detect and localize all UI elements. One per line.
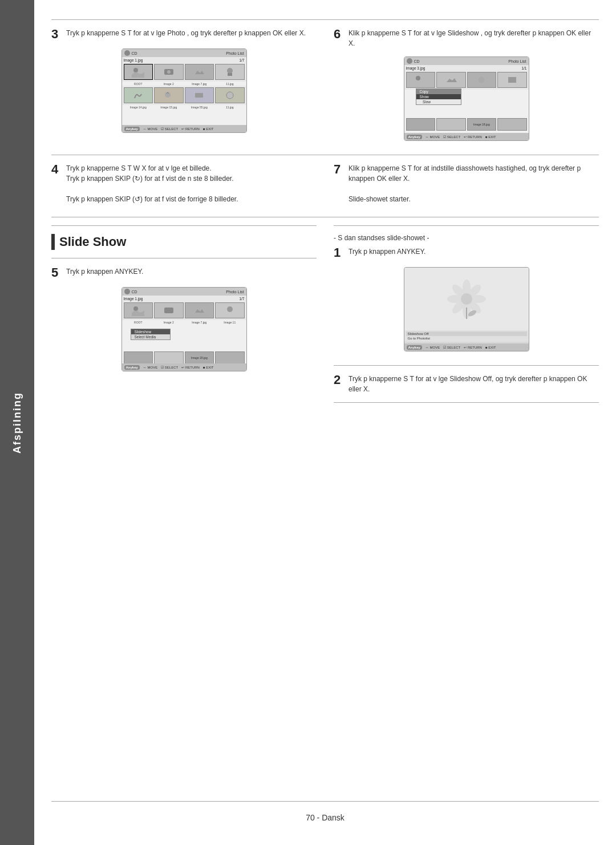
- svg-rect-4: [228, 73, 232, 76]
- s5-menu-slideshow: Slideshow: [131, 329, 170, 334]
- step5-bottom-bar: Anykey ↔ MOVE ☑ SELECT ↩ RETURN ■ EXIT: [122, 363, 246, 371]
- slideshow-title: Slide Show: [59, 235, 126, 249]
- stop-step1-num: 1: [334, 246, 345, 259]
- step6-num: 6: [334, 28, 345, 41]
- return-label-flower: ↩ RETURN: [464, 345, 482, 349]
- anykey-btn: Anykey: [124, 127, 140, 131]
- image-label-6: Image 3.jpg: [406, 66, 425, 70]
- step7-num: 7: [334, 163, 345, 176]
- step7-line2: Slide-showet starter.: [348, 195, 411, 203]
- s5-labels-1: ROOT Image 2 Image 7.jpg Image 11: [122, 320, 246, 324]
- step6-screen-inner: CD Photo List Image 3.jpg 1/1: [404, 57, 529, 140]
- s6-thumb-4: [497, 72, 527, 88]
- step6-block: 6 Klik p knapperne S T for at v lge Slid…: [334, 28, 599, 48]
- flower-menu-area: Slideshow Off Go to Photolist: [404, 330, 529, 342]
- s6-thumb-1: [406, 72, 436, 88]
- step6-col: 6 Klik p knapperne S T for at v lge Slid…: [334, 28, 599, 147]
- step3-bottom-bar: Anykey ↔ MOVE ☑ SELECT ↩ RETURN ■ EXIT: [122, 125, 246, 132]
- label-img3: Image 7.jpg: [185, 82, 214, 86]
- menu-slow: Slow: [416, 99, 461, 104]
- image-info-bar-5: Image 1.jpg 1/7: [122, 296, 246, 301]
- step4-block: 4 Tryk p knapperne S T W X for at v lge …: [51, 163, 317, 204]
- step6-text: Klik p knapperne S T for at v lge Slides…: [348, 28, 599, 48]
- stop-top-rule: [334, 225, 599, 226]
- move-label: ↔ MOVE: [143, 127, 157, 131]
- menu-show: Show: [416, 94, 461, 99]
- stop-step2-num: 2: [334, 374, 345, 386]
- step6-top-bar: CD Photo List: [404, 57, 529, 65]
- flower-svg: [444, 276, 489, 322]
- labels-row-1: ROOT Image 2 Image 7.jpg 11.jpg: [122, 82, 246, 86]
- exit-label-5: ■ EXIT: [203, 366, 214, 369]
- counter-6: 1/1: [521, 66, 526, 70]
- move-label-5: ↔ MOVE: [143, 366, 157, 369]
- svg-point-3: [227, 68, 233, 74]
- s5-sm-1: [124, 351, 153, 364]
- svg-point-11: [133, 306, 138, 311]
- cd-label: CD: [132, 51, 137, 55]
- select-label: ☑ SELECT: [161, 127, 178, 131]
- svg-rect-10: [508, 77, 516, 83]
- move-label-flower: ↔ MOVE: [425, 346, 440, 349]
- s5-sm-3: Image 18.jpg: [185, 351, 214, 364]
- move-label-6: ↔ MOVE: [425, 135, 440, 139]
- thumb-8: [215, 87, 245, 103]
- step3-text: Tryk p knapperne S T for at v lge Photo …: [66, 28, 317, 38]
- flower-screen: Slideshow Off Go to Photolist Anykey ↔ M…: [404, 267, 529, 351]
- svg-point-8: [416, 76, 420, 80]
- s6-thumb-3: [467, 72, 497, 88]
- thumb-2: [154, 64, 184, 80]
- s6-sm-thumb-4: [497, 118, 527, 131]
- s5-label-img2: Image 2: [154, 321, 184, 324]
- s5-menu-selectmedia: Select Media: [131, 334, 170, 339]
- step4-line3: Tryk p knappen SKIP (↺) for at f vist de…: [66, 195, 238, 203]
- svg-point-13: [227, 306, 233, 312]
- slideshow-below-title-rule: [51, 258, 317, 258]
- step4-col: 4 Tryk p knapperne S T W X for at v lge …: [51, 163, 317, 209]
- step3-screen: CD Photo List Image 1.jpg 1/7: [121, 48, 247, 133]
- photo-list-label: Photo List: [226, 51, 244, 55]
- counter: 1/7: [239, 58, 244, 62]
- top-rule: [51, 19, 599, 20]
- step6-screen-row: CD Photo List Image 3.jpg 1/1: [334, 53, 599, 147]
- step7-block: 7 Klik p knapperne S T for at indstille …: [334, 163, 599, 204]
- photo-list-label-6: Photo List: [508, 59, 526, 63]
- step4-line2: Tryk p knappen SKIP (↻) for at f vist de…: [66, 175, 233, 183]
- labels-row-2: Image 14.jpg Image 15.jpg Image 55.jpg 1…: [122, 105, 246, 109]
- section-marker: [51, 234, 55, 250]
- flower-bg: [404, 268, 529, 330]
- step3-screen-inner: CD Photo List Image 1.jpg 1/7: [122, 49, 246, 132]
- s5-label-root: ROOT: [124, 321, 153, 324]
- step4-line1: Tryk p knapperne S T W X for at v lge et…: [66, 164, 212, 172]
- anykey-btn-flower: Anykey: [407, 345, 422, 350]
- svg-point-9: [479, 77, 484, 83]
- photo-grid-2: [122, 86, 246, 105]
- rule-2: [51, 155, 599, 155]
- thumb-3: [185, 64, 214, 80]
- page-footer: 70 - Dansk: [51, 801, 599, 822]
- thumb-1: [124, 64, 153, 80]
- label-img15: Image 15.jpg: [154, 106, 184, 109]
- label-img4: 11.jpg: [215, 82, 245, 86]
- step5-block: 5 Tryk p knappen ANYKEY.: [51, 266, 317, 279]
- exit-label-6: ■ EXIT: [485, 135, 496, 139]
- stop-step2-text: Tryk p knapperne S T for at v lge Slides…: [348, 374, 599, 394]
- label-img2: Image 2: [154, 82, 184, 86]
- step3-screen-row: CD Photo List Image 1.jpg 1/7: [51, 45, 317, 139]
- slideshow-col: Slide Show 5 Tryk p knappen ANYKEY.: [51, 225, 317, 411]
- stop-step1-block: 1 Tryk p knappen ANYKEY.: [334, 246, 599, 259]
- step3-block: 3 Tryk p knapperne S T for at v lge Phot…: [51, 28, 317, 41]
- thumb-5: [124, 87, 153, 103]
- anykey-btn-6: Anykey: [407, 135, 422, 139]
- thumb-6: [154, 87, 184, 103]
- step3-num: 3: [51, 28, 63, 41]
- svg-point-0: [133, 68, 138, 72]
- s5-thumb-4: [215, 302, 245, 318]
- label-img17: 11.jpg: [215, 106, 245, 109]
- label-img14: Image 14.jpg: [124, 106, 153, 109]
- stop-section-title: - S dan standses slide-showet -: [334, 234, 599, 242]
- step5-screen-inner: CD Photo List Image 1.jpg 1/7: [122, 288, 246, 371]
- step5-screen: CD Photo List Image 1.jpg 1/7: [121, 287, 247, 371]
- menu-copy: Copy: [416, 89, 461, 94]
- step3-top-bar: CD Photo List: [122, 49, 246, 57]
